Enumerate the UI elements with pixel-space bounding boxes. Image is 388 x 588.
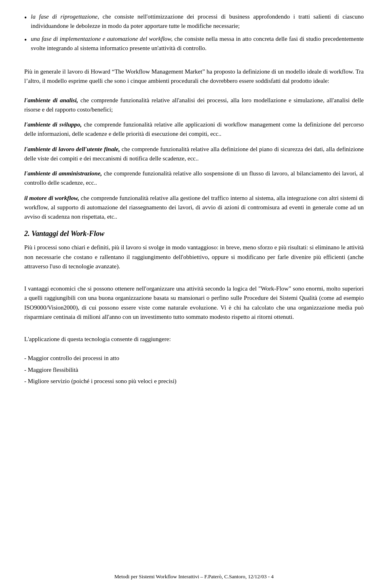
page-footer: Metodi per Sistemi Workflow Interattivi … [0, 573, 388, 580]
env-5-label: il motore di workflow, [24, 195, 79, 201]
env-2-label: l'ambiente di sviluppo, [24, 121, 82, 128]
environment-section: l'ambiente di analisi, che comprende fun… [24, 96, 364, 222]
bullet-dot-1: • [24, 13, 27, 23]
section-heading-vantaggi: 2. Vantaggi del Work-Flow [24, 230, 364, 238]
paragraph-howard: Più in generale il lavoro di Howard “The… [24, 67, 364, 86]
paragraph-applicazione: L'applicazione di questa tecnologia cons… [24, 335, 364, 344]
bullet-item-2: • una fase di implementazione e automazi… [24, 34, 364, 53]
env-3-label: l'ambiente di lavoro dell'utente finale, [24, 146, 120, 152]
env-item-3: l'ambiente di lavoro dell'utente finale,… [24, 145, 364, 164]
list-item-1: - Maggior controllo dei processi in atto [24, 354, 364, 363]
bullet-item-1: • la fase di riprogettazione, che consis… [24, 12, 364, 30]
list-item-3: - Migliore servizio (poiché i processi s… [24, 377, 364, 386]
bullet-dot-2: • [24, 35, 27, 45]
env-item-5: il motore di workflow, che comprende fun… [24, 194, 364, 222]
list-section: - Maggior controllo dei processi in atto… [24, 354, 364, 386]
paragraph-vantaggi: I vantaggi economici che si possono otte… [24, 284, 364, 322]
env-item-4: l'ambiente di amministrazione, che compr… [24, 169, 364, 188]
list-item-2: - Maggiore flessibilità [24, 365, 364, 375]
bullet-2-italic: una fase di implementazione e automazion… [31, 36, 173, 42]
bullet-1-italic: la fase di riprogettazione, [31, 13, 99, 20]
bullet-section-intro: • la fase di riprogettazione, che consis… [24, 12, 364, 53]
env-1-label: l'ambiente di analisi, [24, 97, 78, 103]
page: • la fase di riprogettazione, che consis… [0, 0, 388, 588]
env-item-1: l'ambiente di analisi, che comprende fun… [24, 96, 364, 115]
paragraph-processi: Più i processi sono chiari e definiti, p… [24, 243, 364, 271]
env-item-2: l'ambiente di sviluppo, che comprende fu… [24, 120, 364, 139]
bullet-text-2: una fase di implementazione e automazion… [31, 34, 364, 53]
env-4-label: l'ambiente di amministrazione, [24, 170, 102, 177]
content-area: • la fase di riprogettazione, che consis… [24, 12, 364, 386]
bullet-text-1: la fase di riprogettazione, che consiste… [31, 12, 364, 30]
